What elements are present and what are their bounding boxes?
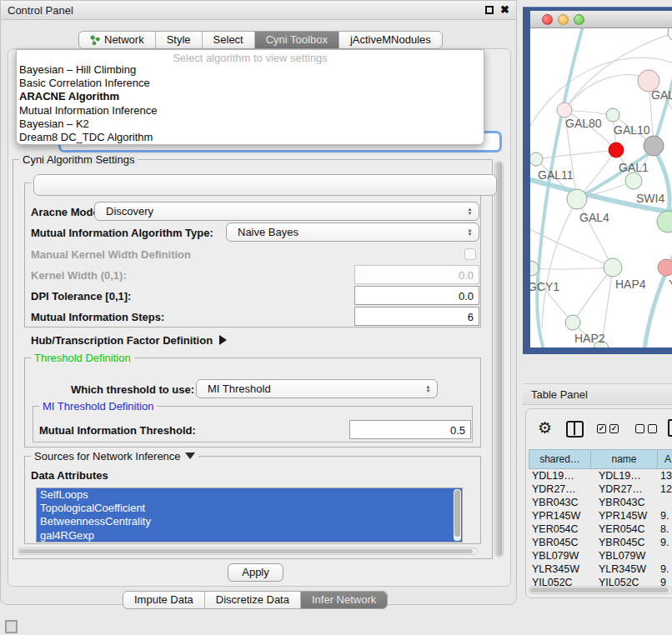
attribute-option[interactable]: TopologicalCoefficient: [37, 502, 462, 515]
checked-checkbox-icon: ✓: [597, 424, 606, 433]
table-row[interactable]: YBR045CYBR045C9.: [529, 536, 672, 549]
network-node[interactable]: [644, 136, 664, 156]
tab-label: Select: [213, 32, 243, 48]
algorithm-option[interactable]: Bayesian – K2: [17, 118, 484, 131]
table-horizontal-scrollbar[interactable]: [529, 586, 672, 594]
scrollbar-thumb[interactable]: [496, 162, 502, 556]
network-edge[interactable]: [531, 268, 613, 269]
tab-label: Network: [104, 32, 144, 48]
hub-definition-toggle[interactable]: Hub/Transcription Factor Definition: [31, 334, 227, 347]
table-cell: 9.: [657, 509, 672, 522]
aracne-mode-select[interactable]: Discovery ▲▼: [94, 202, 479, 221]
dpi-tolerance-field[interactable]: 0.0: [354, 286, 479, 305]
mi-steps-field[interactable]: 6: [354, 307, 479, 326]
network-view-window[interactable]: GALGAL80GAL10GAL1GAL11GAL4SWI4GCY1HAP4YH…: [523, 7, 672, 354]
field-value: 0.5: [450, 424, 465, 437]
table-row[interactable]: YPR145WYPR145W9.: [529, 509, 672, 522]
network-icon: [90, 35, 100, 45]
tab-jactivemnodules[interactable]: jActiveMNodules: [339, 32, 442, 48]
network-node[interactable]: [530, 152, 543, 166]
algorithm-option[interactable]: ARACNE Algorithm: [17, 90, 484, 103]
background-combo[interactable]: [33, 174, 497, 196]
table-row[interactable]: YLR345WYLR345W9.: [529, 562, 672, 576]
attribute-option[interactable]: gal4RGexp: [37, 529, 462, 542]
tab-cyni-toolbox[interactable]: Cyni Toolbox: [255, 32, 339, 48]
tab-network[interactable]: Network: [79, 32, 156, 48]
close-icon[interactable]: ✖: [500, 3, 509, 16]
algorithm-option[interactable]: Mutual Information Inference: [17, 104, 484, 118]
table-row[interactable]: YBL079WYBL079W: [529, 549, 672, 562]
network-node[interactable]: [567, 189, 587, 209]
settings-horizontal-scrollbar[interactable]: [18, 548, 478, 555]
network-node[interactable]: [657, 211, 672, 232]
screen: Control Panel ✖ Network Style Select Cyn…: [0, 0, 672, 635]
table-cell: YLR345W: [590, 562, 657, 576]
table-cell: 9.: [657, 536, 672, 549]
network-edge[interactable]: [564, 75, 649, 110]
scrollbar-thumb[interactable]: [530, 588, 669, 592]
column-header[interactable]: A: [657, 449, 672, 469]
table-header-row: shared… name A: [529, 449, 672, 469]
float-window-icon[interactable]: [485, 6, 494, 14]
attribute-option[interactable]: SelfLoops: [37, 488, 462, 502]
table-row[interactable]: YDR27…YDR27…12: [529, 482, 672, 496]
minimize-traffic-light-icon[interactable]: [558, 14, 569, 25]
algorithm-option[interactable]: Basic Correlation Inference: [17, 77, 484, 90]
network-node[interactable]: [658, 259, 672, 276]
table-cell: YPR145W: [529, 509, 590, 522]
mi-algorithm-type-select[interactable]: Naive Bayes ▲▼: [226, 222, 479, 242]
scrollbar-thumb[interactable]: [19, 549, 473, 553]
table-row[interactable]: YER054CYER054C8.: [529, 522, 672, 536]
network-node[interactable]: [606, 108, 619, 122]
algorithm-option[interactable]: Dream8 DC_TDC Algorithm: [17, 131, 484, 144]
unchecked-checkbox-icon: [648, 424, 657, 433]
gear-icon[interactable]: ⚙: [538, 418, 552, 438]
sources-title[interactable]: Sources for Network Inference: [31, 450, 198, 462]
network-node[interactable]: [565, 315, 580, 330]
column-header[interactable]: shared…: [529, 449, 590, 469]
deselect-all-icon[interactable]: [635, 424, 657, 433]
table-row[interactable]: YBR043CYBR043C: [529, 496, 672, 509]
scrollbar-thumb[interactable]: [454, 490, 460, 537]
attribute-option[interactable]: BetweennessCentrality: [37, 515, 462, 528]
network-edge[interactable]: [577, 199, 613, 268]
algorithm-option[interactable]: Bayesian – Hill Climbing: [17, 63, 484, 77]
network-node[interactable]: [604, 258, 622, 277]
table-panel-titlebar: Table Panel: [523, 383, 672, 405]
table-cell: YBR045C: [590, 536, 657, 549]
network-edge[interactable]: [536, 150, 616, 159]
tab-impute-data[interactable]: Impute Data: [123, 592, 205, 608]
tab-discretize-data[interactable]: Discretize Data: [205, 592, 301, 608]
network-window-titlebar[interactable]: [530, 11, 672, 28]
network-node[interactable]: [625, 172, 642, 189]
network-node[interactable]: [668, 28, 672, 42]
settings-vertical-scrollbar[interactable]: [494, 161, 504, 558]
tab-infer-network[interactable]: Infer Network: [301, 592, 387, 608]
table-panel-title: Table Panel: [531, 388, 588, 401]
tab-label: Impute Data: [134, 592, 193, 608]
list-vertical-scrollbar[interactable]: [454, 489, 461, 541]
network-canvas[interactable]: GALGAL80GAL10GAL1GAL11GAL4SWI4GCY1HAP4YH…: [530, 28, 672, 348]
document-icon[interactable]: [668, 419, 672, 437]
node-label: GAL10: [614, 123, 650, 137]
collapsed-arrow-icon: [219, 335, 227, 345]
corner-grip-icon[interactable]: [5, 620, 18, 633]
tab-style[interactable]: Style: [156, 32, 203, 48]
apply-button[interactable]: Apply: [228, 563, 283, 582]
close-traffic-light-icon[interactable]: [542, 14, 553, 25]
split-columns-icon[interactable]: [566, 421, 584, 438]
group-title: Cyni Algorithm Settings: [19, 153, 138, 166]
network-node[interactable]: [557, 102, 572, 118]
zoom-traffic-light-icon[interactable]: [574, 14, 584, 25]
tab-select[interactable]: Select: [203, 32, 255, 48]
column-header[interactable]: name: [590, 449, 657, 469]
network-node[interactable]: [609, 142, 624, 158]
which-threshold-select[interactable]: MI Threshold ▲▼: [196, 379, 438, 398]
mi-threshold-label: Mutual Information Threshold:: [39, 424, 196, 437]
mi-threshold-field[interactable]: 0.5: [349, 420, 471, 439]
select-all-icon[interactable]: ✓ ✓: [597, 424, 619, 433]
group-title: Threshold Definition: [31, 352, 134, 364]
network-edge[interactable]: [542, 199, 577, 328]
network-edge[interactable]: [573, 268, 613, 322]
table-row[interactable]: YDL19…YDL19…13: [529, 469, 672, 482]
